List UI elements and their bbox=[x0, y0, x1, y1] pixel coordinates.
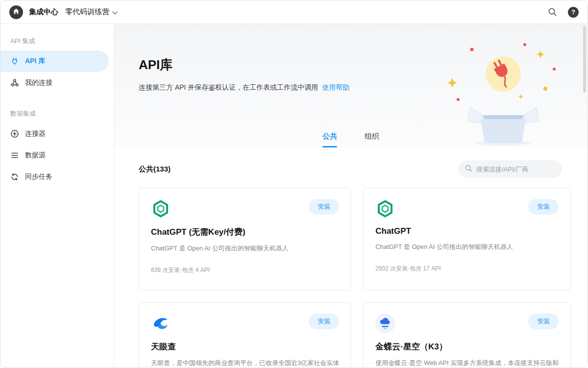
search-icon-small bbox=[465, 165, 472, 174]
page-subtitle-text: 连接第三方 API 并保存鉴权认证，在工作表或工作流中调用 bbox=[139, 83, 318, 91]
home-button[interactable] bbox=[9, 5, 23, 19]
page-subtitle: 连接第三方 API 并保存鉴权认证，在工作表或工作流中调用使用帮助 bbox=[139, 83, 349, 92]
sync-icon bbox=[10, 172, 19, 181]
api-card-chatgpt[interactable]: 安装 ChatGPT ChatGPT 是 Open AI 公司推出的智能聊天机器… bbox=[363, 188, 571, 291]
topbar-actions: ? bbox=[548, 7, 579, 18]
api-card-chatgpt-nokey[interactable]: 安装 ChatGPT (无需Key/付费) ChatGPT 是 Open AI … bbox=[139, 188, 351, 291]
tianyancha-logo-icon bbox=[151, 314, 171, 333]
vertical-scrollbar[interactable] bbox=[583, 26, 586, 93]
api-card-title: ChatGPT (无需Key/付费) bbox=[151, 226, 339, 238]
tab-organization[interactable]: 组织 bbox=[365, 132, 379, 147]
sidebar-section-api: API 集成 bbox=[0, 29, 114, 50]
scope-tabs: 公共 组织 bbox=[322, 132, 379, 147]
connections-icon bbox=[10, 78, 19, 87]
chatgpt-logo-icon bbox=[375, 199, 395, 219]
tab-public[interactable]: 公共 bbox=[322, 132, 337, 147]
api-card-description: 天眼查，是中国领先的商业查询平台，已收录全国近3亿家社会实体 bbox=[151, 359, 339, 368]
chevron-down-icon bbox=[112, 8, 118, 16]
search-icon[interactable] bbox=[548, 7, 557, 17]
sidebar-item-label: 同步任务 bbox=[25, 172, 52, 181]
install-button[interactable]: 安装 bbox=[309, 314, 339, 329]
api-card-description: ChatGPT 是 Open AI 公司推出的智能聊天机器人 bbox=[375, 243, 559, 251]
sidebar-item-label: 连接器 bbox=[25, 129, 46, 138]
api-card-title: ChatGPT bbox=[375, 226, 559, 236]
sidebar-item-sync-tasks[interactable]: 同步任务 bbox=[0, 166, 109, 188]
integration-center-window: 集成中心 零代码训练营 ? API 集成 API 库 我的连接 bbox=[0, 0, 588, 368]
api-card-meta: 2502 次安装·包含 17 API bbox=[375, 265, 559, 273]
sidebar-item-label: 数据源 bbox=[25, 151, 46, 160]
app-title: 集成中心 bbox=[29, 7, 58, 17]
open-box-plug-illustration bbox=[443, 41, 561, 147]
tab-public-label: 公共 bbox=[322, 132, 337, 140]
sidebar-item-datasource[interactable]: 数据源 bbox=[0, 145, 109, 166]
help-button[interactable]: ? bbox=[568, 7, 579, 18]
tab-organization-label: 组织 bbox=[365, 132, 379, 140]
workspace-name: 零代码训练营 bbox=[65, 7, 109, 17]
list-count-title: 公共(133) bbox=[139, 165, 171, 174]
sidebar-item-my-connections[interactable]: 我的连接 bbox=[0, 72, 109, 94]
page-title: API库 bbox=[139, 56, 349, 74]
sidebar-item-label: 我的连接 bbox=[25, 78, 52, 87]
install-button[interactable]: 安装 bbox=[528, 199, 559, 215]
api-card-description: ChatGPT 是 Open AI 公司推出的智能聊天机器人 bbox=[151, 244, 339, 253]
main-area: API库 连接第三方 API 并保存鉴权认证，在工作表或工作流中调用使用帮助 bbox=[114, 24, 588, 368]
api-card-meta: 639 次安装·包含 4 API bbox=[151, 266, 339, 274]
sidebar: API 集成 API 库 我的连接 数据集成 连接器 数据源 bbox=[0, 24, 114, 368]
install-button[interactable]: 安装 bbox=[309, 199, 339, 215]
search-input[interactable] bbox=[476, 166, 563, 173]
api-search-box[interactable] bbox=[458, 160, 562, 178]
api-card-title: 天眼查 bbox=[151, 341, 339, 352]
sidebar-item-connector[interactable]: 连接器 bbox=[0, 123, 109, 145]
install-button[interactable]: 安装 bbox=[528, 314, 559, 329]
api-card-description: 使用金蝶云·星空 Web API 实现多方系统集成，本连接支持云版和 bbox=[375, 359, 559, 368]
api-card-tianyancha[interactable]: 安装 天眼查 天眼查，是中国领先的商业查询平台，已收录全国近3亿家社会实体 bbox=[139, 302, 351, 368]
hero-banner: API库 连接第三方 API 并保存鉴权认证，在工作表或工作流中调用使用帮助 bbox=[114, 24, 588, 147]
plus-circle-icon bbox=[10, 129, 19, 138]
help-link[interactable]: 使用帮助 bbox=[322, 83, 349, 91]
api-card-title: 金蝶云·星空（K3） bbox=[375, 341, 559, 352]
api-card-kingdee[interactable]: 安装 金蝶云·星空（K3） 使用金蝶云·星空 Web API 实现多方系统集成，… bbox=[363, 302, 571, 368]
home-icon bbox=[13, 8, 20, 17]
sidebar-section-data: 数据集成 bbox=[0, 101, 114, 123]
sidebar-item-api-library[interactable]: API 库 bbox=[0, 50, 109, 72]
chatgpt-logo-icon bbox=[151, 199, 171, 219]
api-cards-grid: 安装 ChatGPT (无需Key/付费) ChatGPT 是 Open AI … bbox=[139, 188, 562, 368]
plug-icon bbox=[10, 57, 19, 66]
kingdee-logo-icon bbox=[375, 314, 395, 333]
topbar: 集成中心 零代码训练营 ? bbox=[0, 0, 588, 24]
list-icon bbox=[10, 151, 19, 160]
workspace-switcher[interactable]: 零代码训练营 bbox=[65, 7, 118, 17]
api-list-section: 公共(133) 安装 ChatGP bbox=[114, 147, 588, 368]
sidebar-item-label: API 库 bbox=[25, 57, 45, 66]
